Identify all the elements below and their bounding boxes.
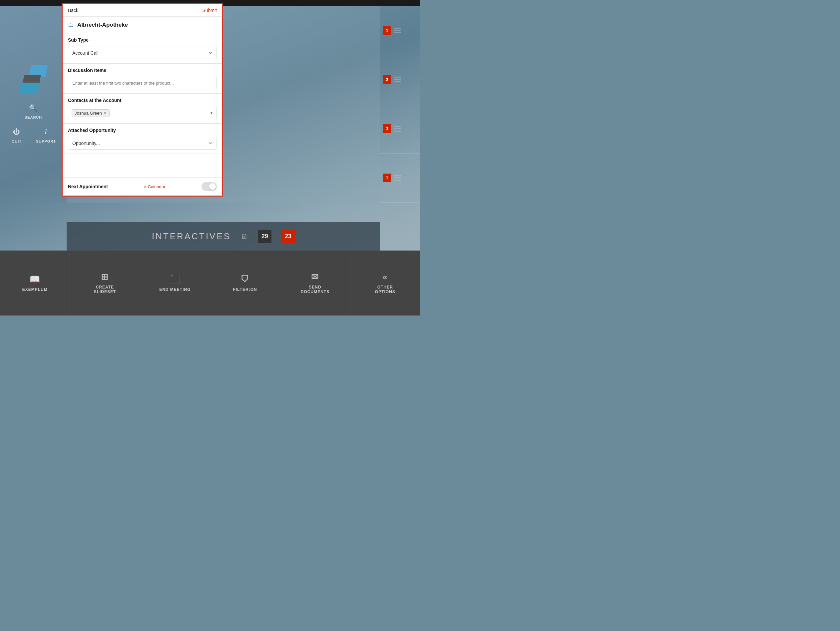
- filter-icon: ⛉: [240, 274, 249, 285]
- attached-opportunity-field: Opportunity...: [63, 136, 222, 153]
- badge-4: 1: [383, 174, 392, 182]
- toolbar-create-slideset[interactable]: ⊞ CREATESLIDESET: [70, 250, 140, 315]
- toolbar-create-slideset-label: CREATESLIDESET: [94, 285, 116, 294]
- handle-lines-2: [394, 77, 401, 82]
- toggle-knob: [209, 183, 216, 190]
- badge-row-2: 2: [380, 55, 420, 104]
- badge-1: 1: [383, 26, 392, 35]
- search-icon: 🔍: [27, 102, 39, 114]
- quit-support-row: ⏻ QUIT i SUPPORT: [11, 126, 56, 143]
- badge-row-3: 3: [380, 104, 420, 153]
- toolbar-exemplum-label: EXEMPLUM: [22, 287, 47, 292]
- mail-icon: ✉: [311, 272, 319, 282]
- toolbar-send-documents-label: SENDDOCUMENTS: [301, 285, 329, 294]
- interactives-bar: INTERACTIVES 🗎 29 23: [66, 222, 380, 250]
- toolbar-exemplum[interactable]: 📖 EXEMPLUM: [0, 250, 70, 315]
- support-button[interactable]: i SUPPORT: [36, 126, 56, 143]
- stop-icon: ⬛: [169, 274, 180, 285]
- contacts-field: Joshua Green ✕ ▼: [63, 106, 222, 123]
- discussion-items-field: [63, 76, 222, 93]
- handle-lines-4: [394, 175, 401, 180]
- right-badges: 1 2 3 1: [380, 6, 420, 202]
- discussion-items-section: Discussion Items: [63, 64, 222, 93]
- handle-lines-1: [394, 28, 401, 33]
- account-name: Albrecht-Apotheke: [77, 22, 128, 28]
- modal-form: Back Submit 🗂 Albrecht-Apotheke Sub Type…: [62, 3, 223, 196]
- contacts-tag-input[interactable]: Joshua Green ✕ ▼: [68, 107, 217, 119]
- discussion-items-input[interactable]: [68, 77, 217, 89]
- logo-shape: [20, 65, 47, 95]
- toolbar-filter-label: FILTER:ON: [233, 287, 257, 292]
- submit-button[interactable]: Submit: [202, 8, 217, 13]
- contacts-dropdown-arrow: ▼: [210, 111, 213, 115]
- chevrons-left-icon: «: [383, 272, 388, 282]
- sub-type-field: Account Call Pharmacy Call Hospital Call: [63, 45, 222, 63]
- quit-button[interactable]: ⏻ QUIT: [11, 126, 23, 143]
- slideset-icon: ⊞: [101, 272, 109, 282]
- contacts-section: Contacts at the Account Joshua Green ✕ ▼: [63, 93, 222, 123]
- sub-type-label: Sub Type: [63, 33, 222, 45]
- toolbar-other-options-label: OTHEROPTIONS: [375, 285, 395, 294]
- badge-2: 2: [383, 75, 392, 84]
- next-appointment-row: Next Appointment » Calendar: [63, 177, 222, 196]
- info-icon: i: [40, 126, 52, 138]
- discussion-items-label: Discussion Items: [63, 64, 222, 76]
- logo: [20, 65, 47, 95]
- badge-row-1: 1: [380, 6, 420, 55]
- attached-opportunity-section: Attached Opportunity Opportunity...: [63, 123, 222, 154]
- interactives-count-2: 23: [281, 230, 295, 243]
- contact-tag-joshua-green[interactable]: Joshua Green ✕: [72, 109, 110, 117]
- document-icon: 🗎: [241, 232, 248, 241]
- handle-lines-3: [394, 126, 401, 131]
- badge-row-4: 1: [380, 153, 420, 203]
- attached-opportunity-label: Attached Opportunity: [63, 123, 222, 136]
- toolbar-end-meeting-label: END MEETING: [159, 287, 191, 292]
- left-panel: 🔍 SEARCH ⏻ QUIT i SUPPORT: [0, 6, 66, 202]
- power-icon: ⏻: [11, 126, 23, 138]
- sub-type-section: Sub Type Account Call Pharmacy Call Hosp…: [63, 33, 222, 64]
- book-icon: 📖: [29, 274, 40, 285]
- opportunity-select[interactable]: Opportunity...: [68, 137, 217, 150]
- search-button[interactable]: 🔍 SEARCH: [25, 102, 42, 119]
- interactives-title: INTERACTIVES: [152, 231, 231, 242]
- toolbar-filter[interactable]: ⛉ FILTER:ON: [210, 250, 280, 315]
- account-title-row: 🗂 Albrecht-Apotheke: [63, 17, 222, 33]
- next-appointment-toggle[interactable]: [202, 182, 217, 191]
- toolbar-send-documents[interactable]: ✉ SENDDOCUMENTS: [280, 250, 350, 315]
- contacts-label: Contacts at the Account: [63, 93, 222, 106]
- remove-contact-button[interactable]: ✕: [103, 111, 107, 115]
- modal-header: Back Submit: [63, 4, 222, 17]
- interactives-count-1: 29: [258, 230, 272, 243]
- next-appointment-label: Next Appointment: [68, 184, 108, 189]
- bottom-toolbar: 📖 EXEMPLUM ⊞ CREATESLIDESET ⬛ END MEETIN…: [0, 250, 420, 315]
- toolbar-end-meeting[interactable]: ⬛ END MEETING: [140, 250, 210, 315]
- back-button[interactable]: Back: [68, 8, 78, 13]
- badge-3: 3: [383, 124, 392, 133]
- contact-tag-name: Joshua Green: [74, 111, 102, 115]
- modal-body: 🗂 Albrecht-Apotheke Sub Type Account Cal…: [63, 17, 222, 177]
- sub-type-select[interactable]: Account Call Pharmacy Call Hospital Call: [68, 47, 217, 59]
- folder-icon: 🗂: [68, 21, 74, 28]
- calendar-link[interactable]: » Calendar: [144, 184, 166, 189]
- toolbar-other-options[interactable]: « OTHEROPTIONS: [351, 250, 420, 315]
